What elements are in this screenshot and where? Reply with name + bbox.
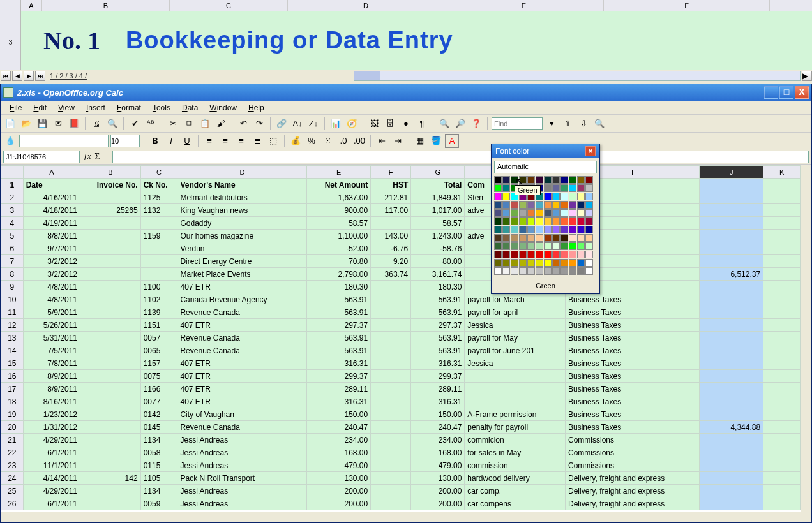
cell[interactable]: 150.00 <box>411 408 465 421</box>
cell[interactable] <box>700 293 763 306</box>
cell[interactable]: 1139 <box>140 306 177 319</box>
row-header[interactable]: 7 <box>1 255 24 268</box>
menu-window[interactable]: Window <box>204 102 242 114</box>
cell[interactable]: 240.47 <box>307 421 371 434</box>
cell[interactable] <box>80 281 141 293</box>
cell[interactable]: Business Taxes <box>566 344 700 357</box>
cell[interactable]: 3/2/2012 <box>23 255 80 268</box>
color-swatch[interactable] <box>519 259 527 267</box>
palette-close-icon[interactable]: × <box>585 146 596 156</box>
cell[interactable]: 200.00 <box>411 485 465 497</box>
find-all-icon[interactable]: 🔍 <box>592 117 606 131</box>
color-swatch[interactable] <box>502 217 510 225</box>
header-cell[interactable]: Ck No. <box>140 179 177 191</box>
color-swatch[interactable] <box>552 201 560 209</box>
maximize-button[interactable]: □ <box>779 86 793 99</box>
cell[interactable]: 316.31 <box>411 395 465 408</box>
banner-col-E[interactable]: E <box>444 0 604 11</box>
cell[interactable]: payroll for June 201 <box>465 344 566 357</box>
color-swatch[interactable] <box>569 193 576 200</box>
sheet-nav-first[interactable]: ⏮ <box>1 71 11 81</box>
cut-icon[interactable]: ✂ <box>166 117 180 131</box>
spreadsheet-grid[interactable]: ABCDEFGHIJK1DateInvoice No.Ck No.Vendor'… <box>1 165 801 512</box>
color-swatch[interactable] <box>544 209 552 217</box>
color-swatch[interactable] <box>511 209 518 217</box>
cell[interactable]: Business Taxes <box>566 293 700 306</box>
cell[interactable]: 563.91 <box>411 306 465 319</box>
row-header[interactable]: 16 <box>1 370 24 383</box>
equals-icon[interactable]: = <box>103 152 108 161</box>
cell[interactable] <box>371 446 411 459</box>
cell[interactable]: 1134 <box>140 434 177 446</box>
color-swatch[interactable] <box>536 251 543 258</box>
cell[interactable] <box>700 485 763 497</box>
col-header-G[interactable]: G <box>411 166 465 179</box>
color-swatch[interactable] <box>577 193 585 200</box>
color-swatch[interactable] <box>502 251 510 258</box>
cell[interactable]: 4/8/2011 <box>23 293 80 306</box>
row-header[interactable]: 18 <box>1 395 24 408</box>
cell[interactable] <box>371 332 411 344</box>
cell[interactable]: 407 ETR <box>177 357 307 370</box>
row-header[interactable]: 20 <box>1 421 24 434</box>
cell[interactable] <box>80 332 141 344</box>
cell[interactable]: 563.91 <box>307 344 371 357</box>
color-swatch[interactable] <box>494 251 502 258</box>
cell[interactable]: 0077 <box>140 395 177 408</box>
color-swatch[interactable] <box>560 242 568 250</box>
cell[interactable]: 58.57 <box>411 217 465 230</box>
color-swatch[interactable] <box>494 259 502 267</box>
color-swatch[interactable] <box>527 217 535 225</box>
cell[interactable]: 0142 <box>140 408 177 421</box>
bold-icon[interactable]: B <box>148 134 162 148</box>
align-center-icon[interactable]: ≡ <box>218 134 232 148</box>
font-size-combo[interactable] <box>110 135 140 147</box>
cell[interactable] <box>763 230 801 242</box>
cell[interactable]: 563.91 <box>411 344 465 357</box>
cell[interactable]: 5/31/2011 <box>23 332 80 344</box>
color-swatch[interactable] <box>569 184 576 192</box>
cell[interactable] <box>700 255 763 268</box>
cell[interactable] <box>763 370 801 383</box>
cell[interactable]: 1157 <box>140 357 177 370</box>
cell[interactable]: 1/23/2012 <box>23 408 80 421</box>
record-icon[interactable]: ● <box>399 117 413 131</box>
color-swatch[interactable] <box>494 242 502 250</box>
color-swatch[interactable] <box>519 201 527 209</box>
vertical-scrollbar[interactable] <box>801 165 811 512</box>
color-swatch[interactable] <box>560 234 568 242</box>
cell[interactable]: Godaddy <box>177 217 307 230</box>
cell[interactable] <box>763 293 801 306</box>
cell[interactable]: car compens <box>465 497 566 510</box>
cell[interactable] <box>80 459 141 472</box>
percent-icon[interactable]: % <box>304 134 319 148</box>
cell[interactable]: 6,512.37 <box>700 268 763 281</box>
cell[interactable]: car comp. <box>465 485 566 497</box>
color-swatch[interactable] <box>511 259 518 267</box>
cell[interactable] <box>80 268 141 281</box>
color-swatch[interactable] <box>519 251 527 258</box>
cell[interactable]: Business Taxes <box>566 395 700 408</box>
cell[interactable]: 9.20 <box>371 255 411 268</box>
color-swatch[interactable] <box>527 209 535 217</box>
color-swatch[interactable] <box>560 184 568 192</box>
color-swatch[interactable] <box>569 176 576 184</box>
color-swatch[interactable] <box>502 267 510 275</box>
find-input[interactable] <box>492 117 543 130</box>
cell[interactable] <box>700 204 763 217</box>
banner-hscrollbar[interactable] <box>354 71 801 81</box>
cell[interactable]: 1134 <box>140 485 177 497</box>
menu-edit[interactable]: Edit <box>28 102 52 114</box>
color-swatch[interactable] <box>552 176 560 184</box>
cell[interactable] <box>371 434 411 446</box>
font-color-palette[interactable]: Font color × Automatic Green <box>491 144 600 294</box>
cell[interactable]: 8/16/2011 <box>23 395 80 408</box>
cell[interactable]: Delivery, freight and express <box>566 472 700 485</box>
new-doc-icon[interactable]: 📄 <box>3 117 17 131</box>
cell[interactable]: 142 <box>80 472 141 485</box>
cell[interactable]: 6/1/2011 <box>23 446 80 459</box>
cell[interactable]: 8/9/2011 <box>23 370 80 383</box>
color-swatch[interactable] <box>544 259 552 267</box>
cell[interactable] <box>465 395 566 408</box>
row-header[interactable]: 14 <box>1 344 24 357</box>
